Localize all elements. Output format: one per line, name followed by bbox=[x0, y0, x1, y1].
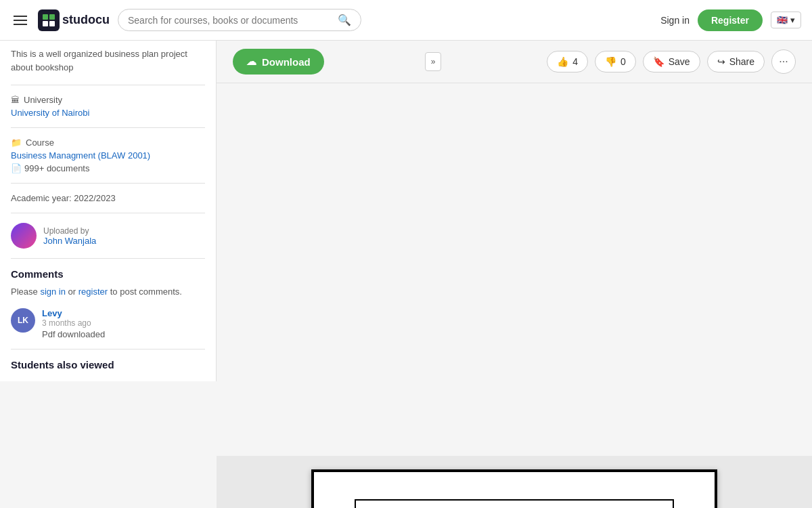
doc-icon: 📄 bbox=[11, 163, 22, 173]
divider-2 bbox=[11, 127, 205, 128]
svg-rect-3 bbox=[49, 21, 55, 26]
download-label: Download bbox=[262, 56, 311, 68]
comment-text: Pdf downloaded bbox=[42, 329, 205, 339]
course-name[interactable]: Business Managment (BLAW 2001) bbox=[11, 150, 205, 161]
doc-count: 📄 999+ documents bbox=[11, 163, 205, 173]
university-section: 🏛 University University of Nairobi bbox=[11, 95, 205, 118]
academic-year: Academic year: 2022/2023 bbox=[11, 193, 205, 203]
downvote-count: 0 bbox=[621, 56, 626, 67]
sign-in-link[interactable]: sign in bbox=[40, 287, 66, 297]
academic-year-value: 2022/2023 bbox=[74, 193, 115, 203]
comment-initials: LK bbox=[18, 316, 28, 325]
comment-avatar: LK bbox=[11, 308, 35, 333]
comment-item: LK Levy 3 months ago Pdf downloaded bbox=[11, 308, 205, 339]
course-label: 📁 Course bbox=[11, 137, 205, 148]
uploader-section: Uploaded by John Wanjala bbox=[11, 223, 205, 249]
bookmark-icon: 🔖 bbox=[653, 56, 664, 67]
downvote-button[interactable]: 👎 0 bbox=[595, 51, 636, 72]
comment-author[interactable]: Levy bbox=[42, 308, 205, 318]
save-label: Save bbox=[669, 56, 690, 67]
register-link[interactable]: register bbox=[78, 287, 108, 297]
comments-mid-text: or bbox=[68, 287, 78, 297]
sidebar: 5165 sample bookshop business plan in ke… bbox=[0, 0, 217, 381]
comments-pre-text: Please bbox=[11, 287, 40, 297]
course-section: 📁 Course Business Managment (BLAW 2001) … bbox=[11, 137, 205, 173]
upvote-count: 4 bbox=[572, 56, 578, 67]
comments-title: Comments bbox=[11, 268, 205, 280]
download-cloud-icon: ☁ bbox=[246, 56, 256, 68]
comments-section: Comments Please sign in or register to p… bbox=[11, 268, 205, 339]
document-inner: MUTENDE BOOKSHOP SUPPLY P.O BOX 81 MUMIA… bbox=[355, 499, 674, 509]
svg-rect-2 bbox=[43, 21, 48, 26]
comment-content: Levy 3 months ago Pdf downloaded bbox=[42, 308, 205, 339]
uploaded-by-label: Uploaded by bbox=[43, 226, 96, 236]
register-button[interactable]: Register bbox=[698, 9, 763, 31]
action-right: 👍 4 👎 0 🔖 Save ↪ Share ··· bbox=[547, 49, 796, 74]
comments-description: Please sign in or register to post comme… bbox=[11, 285, 205, 299]
share-icon: ↪ bbox=[717, 56, 725, 67]
share-button[interactable]: ↪ Share bbox=[707, 51, 765, 72]
course-label-text: Course bbox=[26, 137, 54, 148]
lang-flag: 🇬🇧 bbox=[777, 15, 788, 25]
document-page: MUTENDE BOOKSHOP SUPPLY P.O BOX 81 MUMIA… bbox=[311, 469, 717, 509]
course-icon: 📁 bbox=[11, 137, 22, 148]
collapse-icon: » bbox=[431, 57, 436, 66]
more-options-button[interactable]: ··· bbox=[771, 49, 796, 74]
search-bar[interactable]: 🔍 bbox=[118, 9, 361, 31]
logo-icon bbox=[38, 9, 60, 31]
university-label: 🏛 University bbox=[11, 95, 205, 105]
search-input[interactable] bbox=[128, 15, 338, 26]
thumbs-down-icon: 👎 bbox=[605, 56, 616, 67]
svg-rect-0 bbox=[43, 14, 48, 20]
save-button[interactable]: 🔖 Save bbox=[643, 51, 700, 72]
divider-5 bbox=[11, 258, 205, 259]
upvote-button[interactable]: 👍 4 bbox=[547, 51, 588, 72]
doc-description: This is a well organized business plan p… bbox=[11, 47, 205, 74]
header-left: studocu 🔍 bbox=[11, 9, 660, 31]
uploader-name[interactable]: John Wanjala bbox=[43, 236, 96, 246]
header-right: Sign in Register 🇬🇧 ▾ bbox=[660, 9, 801, 31]
divider-4 bbox=[11, 213, 205, 213]
doc-count-text: 999+ documents bbox=[24, 163, 89, 173]
students-viewed-title: Students also viewed bbox=[11, 359, 205, 371]
academic-year-label: Academic year: bbox=[11, 193, 72, 203]
more-icon: ··· bbox=[779, 56, 788, 68]
university-name[interactable]: University of Nairobi bbox=[11, 108, 205, 118]
svg-rect-1 bbox=[49, 14, 55, 20]
uploader-info: Uploaded by John Wanjala bbox=[43, 226, 96, 246]
document-area: MUTENDE BOOKSHOP SUPPLY P.O BOX 81 MUMIA… bbox=[217, 456, 812, 509]
comment-time: 3 months ago bbox=[42, 318, 205, 328]
collapse-button[interactable]: » bbox=[425, 52, 441, 71]
divider-1 bbox=[11, 85, 205, 85]
search-icon[interactable]: 🔍 bbox=[338, 14, 351, 26]
lang-arrow: ▾ bbox=[790, 15, 795, 25]
download-button[interactable]: ☁ Download bbox=[233, 49, 324, 75]
logo[interactable]: studocu bbox=[38, 9, 110, 31]
uploader-avatar bbox=[11, 223, 37, 249]
header: studocu 🔍 Sign in Register 🇬🇧 ▾ bbox=[0, 0, 812, 41]
comments-post-text: to post comments. bbox=[110, 287, 182, 297]
thumbs-up-icon: 👍 bbox=[557, 56, 568, 67]
university-icon: 🏛 bbox=[11, 95, 20, 105]
logo-text: studocu bbox=[62, 13, 110, 27]
language-selector[interactable]: 🇬🇧 ▾ bbox=[771, 12, 801, 28]
share-label: Share bbox=[729, 56, 754, 67]
divider-6 bbox=[11, 349, 205, 350]
university-label-text: University bbox=[24, 95, 62, 105]
sign-in-button[interactable]: Sign in bbox=[660, 15, 690, 26]
divider-3 bbox=[11, 183, 205, 184]
menu-icon[interactable] bbox=[11, 13, 30, 28]
action-bar: » ☁ Download 👍 4 👎 0 🔖 Save ↪ Share ··· bbox=[217, 41, 812, 83]
